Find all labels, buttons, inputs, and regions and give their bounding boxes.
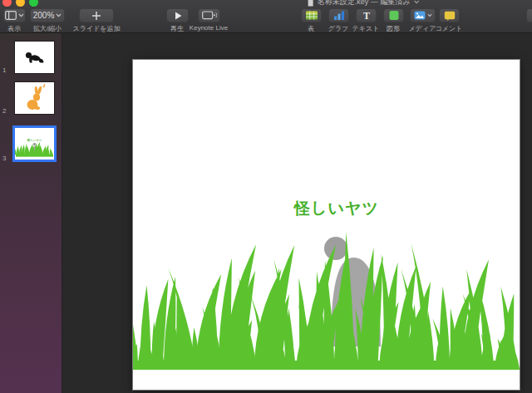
slide-thumbnail-3[interactable]: 怪しいヤツ [15,128,54,160]
chevron-down-icon [427,13,432,17]
comment-button[interactable] [439,8,460,22]
chart-label: グラフ [328,24,349,33]
play-label: 再生 [170,24,184,33]
keynote-live-label: Keynote Live [190,24,228,32]
selected-slide-highlight: 怪しいヤツ [12,125,57,162]
text-icon: T [361,10,372,21]
window-title-bar: 名称未設定.key — 編集済み [308,0,420,7]
slide-editor[interactable]: 怪しいヤツ [133,60,520,390]
zoom-level-button[interactable]: 200% [30,8,65,22]
crawling-figure-graphic [15,42,54,73]
hiding-figure-head[interactable] [324,237,347,260]
table-button[interactable] [301,8,322,22]
chevron-down-icon [56,13,62,17]
slide-thumbnail-1[interactable] [15,42,54,73]
chart-icon [332,10,346,21]
rabbit-graphic [15,82,54,114]
slide-caption[interactable]: 怪しいヤツ [289,198,384,219]
media-button[interactable] [410,8,436,22]
table-label: 表 [308,24,314,33]
format-button-partial[interactable] [526,8,532,22]
play-icon [173,11,183,21]
display-broadcast-icon [202,11,217,21]
mini-caption-text: 怪しいヤツ [27,138,42,142]
minimize-window-button[interactable] [16,0,25,7]
media-icon [414,11,426,20]
media-label: メディア [409,24,436,33]
chevron-down-icon [413,0,419,4]
shape-label: 図形 [387,24,400,33]
shape-button[interactable] [383,8,404,22]
mini-grass-scene: 怪しいヤツ [15,128,54,160]
add-slide-button[interactable] [79,8,114,22]
view-button[interactable] [3,8,26,22]
text-button[interactable]: T [356,8,377,22]
comment-icon [444,11,456,21]
zoom-window-button[interactable] [29,0,38,7]
comment-label: コメント [436,24,463,33]
slide-thumbnail-2[interactable] [15,82,54,114]
slide-navigator: 1 2 3 怪しいヤツ [0,33,62,393]
slide-number: 2 [2,107,6,115]
slide-canvas-area[interactable]: 怪しいヤツ [62,33,532,393]
add-slide-label: スライドを追加 [73,24,121,33]
shape-icon [388,10,400,21]
window-title: 名称未設定.key — 編集済み [318,0,411,7]
table-icon [305,10,318,21]
grass-base[interactable] [135,361,518,370]
text-label: テキスト [352,24,380,33]
view-panes-icon [5,11,17,20]
document-icon [308,0,314,7]
keynote-window: { "window": { "title": "名称未設定.key — 編集済み… [0,0,532,393]
chart-button[interactable] [328,8,349,22]
slide-number: 1 [2,66,6,74]
toolbar: 名称未設定.key — 編集済み 表示 200% 拡大/縮小 スライドを追加 [0,0,532,33]
play-button[interactable] [166,8,189,22]
close-window-button[interactable] [2,0,12,7]
zoom-value: 200% [33,11,55,20]
grass-scene-graphic[interactable] [133,60,520,390]
view-label: 表示 [7,24,21,33]
keynote-live-button[interactable] [198,8,220,22]
chevron-down-icon [18,13,24,17]
zoom-label: 拡大/縮小 [33,24,62,33]
svg-text:T: T [362,10,369,21]
slide-number: 3 [2,155,6,162]
plus-icon [91,11,101,21]
